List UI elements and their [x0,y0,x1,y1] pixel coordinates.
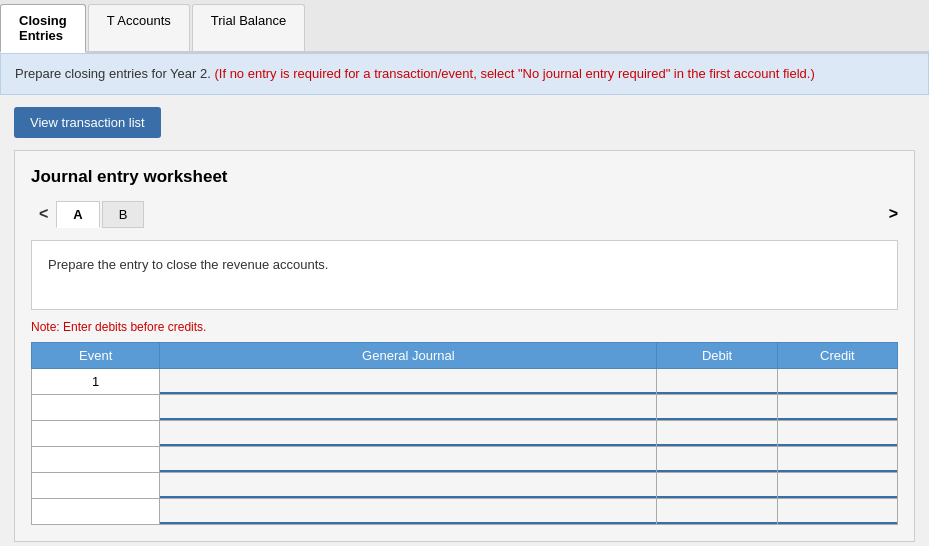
credit-input[interactable] [778,421,897,446]
debit-input[interactable] [657,421,776,446]
debit-input[interactable] [657,395,776,420]
debit-input-cell[interactable] [657,368,777,394]
credit-input[interactable] [778,447,897,472]
journal-table: Event General Journal Debit Credit 1 [31,342,898,525]
entry-tab-a[interactable]: A [56,201,99,228]
event-cell [32,420,160,446]
view-transaction-list-button[interactable]: View transaction list [14,107,161,138]
worksheet-title: Journal entry worksheet [31,167,898,187]
general-journal-input[interactable] [160,421,656,446]
nav-right-arrow[interactable]: > [889,205,898,223]
credit-input[interactable] [778,499,897,524]
credit-input-cell[interactable] [777,420,897,446]
credit-input-cell[interactable] [777,394,897,420]
credit-input-cell[interactable] [777,472,897,498]
table-row: 1 [32,368,898,394]
tabs-bar: ClosingEntries T Accounts Trial Balance [0,0,929,53]
event-cell [32,472,160,498]
debit-input-cell[interactable] [657,394,777,420]
debit-input-cell[interactable] [657,498,777,524]
general-journal-input-cell[interactable] [160,498,657,524]
debit-input[interactable] [657,369,776,394]
general-journal-input[interactable] [160,369,656,394]
credit-input[interactable] [778,395,897,420]
general-journal-input-cell[interactable] [160,446,657,472]
info-bar: Prepare closing entries for Year 2. (If … [0,53,929,95]
entry-tabs-row: < A B > [31,201,898,228]
debit-input-cell[interactable] [657,420,777,446]
event-cell [32,394,160,420]
debit-input[interactable] [657,473,776,498]
general-journal-input[interactable] [160,447,656,472]
col-header-general-journal: General Journal [160,342,657,368]
col-header-credit: Credit [777,342,897,368]
event-cell: 1 [32,368,160,394]
debit-input[interactable] [657,499,776,524]
debit-input-cell[interactable] [657,472,777,498]
tab-t-accounts[interactable]: T Accounts [88,4,190,51]
debit-input[interactable] [657,447,776,472]
worksheet-container: Journal entry worksheet < A B > Prepare … [14,150,915,542]
general-journal-input-cell[interactable] [160,472,657,498]
tab-closing-entries[interactable]: ClosingEntries [0,4,86,53]
table-row [32,498,898,524]
info-main-text: Prepare closing entries for Year 2. [15,66,211,81]
general-journal-input[interactable] [160,395,656,420]
col-header-debit: Debit [657,342,777,368]
credit-input-cell[interactable] [777,498,897,524]
general-journal-input-cell[interactable] [160,420,657,446]
col-header-event: Event [32,342,160,368]
general-journal-input-cell[interactable] [160,368,657,394]
tab-trial-balance[interactable]: Trial Balance [192,4,305,51]
event-cell [32,498,160,524]
info-red-text: (If no entry is required for a transacti… [214,66,814,81]
debit-input-cell[interactable] [657,446,777,472]
nav-left-arrow[interactable]: < [31,201,56,227]
credit-input-cell[interactable] [777,446,897,472]
credit-input-cell[interactable] [777,368,897,394]
event-cell [32,446,160,472]
general-journal-input[interactable] [160,499,656,524]
table-row [32,394,898,420]
credit-input[interactable] [778,473,897,498]
table-row [32,420,898,446]
note-text: Note: Enter debits before credits. [31,320,898,334]
instruction-text: Prepare the entry to close the revenue a… [48,257,328,272]
general-journal-input-cell[interactable] [160,394,657,420]
instruction-box: Prepare the entry to close the revenue a… [31,240,898,310]
credit-input[interactable] [778,369,897,394]
table-row [32,446,898,472]
general-journal-input[interactable] [160,473,656,498]
entry-tab-b[interactable]: B [102,201,145,228]
table-row [32,472,898,498]
